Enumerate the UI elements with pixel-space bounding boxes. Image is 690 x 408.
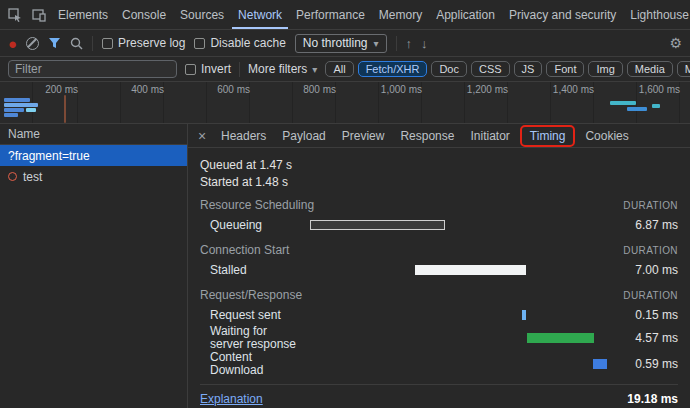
timing-bar-content-download: [593, 359, 607, 369]
duration-header: DURATION: [623, 245, 678, 256]
filter-funnel-icon[interactable]: [48, 37, 61, 49]
timing-duration: 4.57 ms: [620, 331, 678, 345]
pill-doc[interactable]: Doc: [431, 61, 467, 77]
pill-media[interactable]: Media: [627, 61, 673, 77]
more-filters-label: More filters: [248, 62, 307, 76]
timing-bar-waiting: [527, 333, 595, 343]
request-list-panel: Name ?fragment=true test: [0, 124, 188, 408]
close-icon[interactable]: ×: [192, 128, 212, 144]
timing-row-content-download: Content Download 0.59 ms: [200, 351, 678, 377]
timing-track: [310, 332, 610, 344]
timing-duration: 0.59 ms: [620, 357, 678, 371]
disable-cache-label: Disable cache: [210, 36, 285, 50]
request-row-fragment[interactable]: ?fragment=true: [0, 145, 187, 166]
section-title: Resource Scheduling: [200, 198, 314, 212]
section-connection-start: Connection Start DURATION Stalled 7.00 m…: [200, 240, 678, 280]
inspect-element-icon[interactable]: [4, 4, 26, 26]
timing-label: Content Download: [200, 351, 300, 377]
pill-all[interactable]: All: [325, 61, 353, 77]
tab-performance[interactable]: Performance: [290, 0, 371, 29]
request-detail-panel: × Headers Payload Preview Response Initi…: [188, 124, 690, 408]
filter-bar: Invert More filters ▾ All Fetch/XHR Doc …: [0, 57, 690, 82]
total-duration: 19.18 ms: [627, 392, 678, 406]
network-main: Name ?fragment=true test × Headers Paylo…: [0, 124, 690, 408]
tab-privacy-and-security[interactable]: Privacy and security: [503, 0, 622, 29]
timing-duration: 7.00 ms: [620, 263, 678, 277]
main-tab-bar: Elements Console Sources Network Perform…: [0, 0, 690, 30]
chevron-down-icon: ▾: [374, 38, 379, 49]
throttling-value: No throttling: [303, 36, 368, 50]
filter-input[interactable]: [8, 60, 177, 78]
tab-sources[interactable]: Sources: [174, 0, 230, 29]
pill-js[interactable]: JS: [514, 61, 543, 77]
pill-img[interactable]: Img: [588, 61, 622, 77]
tab-cookies[interactable]: Cookies: [578, 127, 635, 145]
toolbar-divider: [396, 36, 397, 51]
export-har-icon[interactable]: ↓: [421, 36, 428, 51]
network-overview-strip[interactable]: 200 ms 400 ms 600 ms 800 ms 1,000 ms 1,2…: [0, 82, 690, 124]
pill-manifest[interactable]: Manifest: [677, 61, 690, 77]
clear-requests-icon[interactable]: [26, 37, 39, 50]
pill-font[interactable]: Font: [546, 61, 584, 77]
tab-payload[interactable]: Payload: [275, 127, 332, 145]
tab-preview[interactable]: Preview: [335, 127, 392, 145]
invert-checkbox[interactable]: [185, 64, 196, 75]
started-at-text: Started at 1.48 s: [200, 173, 678, 190]
timing-bar-stalled: [415, 265, 526, 275]
overview-bars: [0, 82, 690, 123]
explanation-link[interactable]: Explanation: [200, 392, 263, 406]
request-type-icon: [8, 172, 17, 181]
request-row-test[interactable]: test: [0, 166, 187, 187]
section-title: Request/Response: [200, 288, 302, 302]
network-settings-gear-icon[interactable]: ⚙: [669, 36, 682, 50]
annotation-highlight-box: Timing: [520, 125, 576, 147]
record-button[interactable]: ●: [8, 36, 17, 51]
timing-row-waiting: Waiting for server response 4.57 ms: [200, 325, 678, 351]
timing-duration: 0.15 ms: [620, 308, 678, 322]
tab-application[interactable]: Application: [430, 0, 501, 29]
name-column-header[interactable]: Name: [0, 124, 187, 145]
timing-track: [310, 309, 610, 321]
tab-headers[interactable]: Headers: [214, 127, 273, 145]
tab-initiator[interactable]: Initiator: [463, 127, 516, 145]
devtools-window: Elements Console Sources Network Perform…: [0, 0, 690, 408]
timing-bar-request-sent: [522, 310, 526, 320]
detail-tab-bar: × Headers Payload Preview Response Initi…: [188, 124, 690, 148]
timing-track: [310, 219, 610, 231]
timing-row-queueing: Queueing 6.87 ms: [200, 215, 678, 235]
device-toolbar-icon[interactable]: [28, 4, 50, 26]
duration-header: DURATION: [623, 200, 678, 211]
timing-bar-queueing: [310, 220, 445, 230]
throttling-select[interactable]: No throttling ▾: [295, 34, 387, 53]
tab-elements[interactable]: Elements: [52, 0, 114, 29]
preserve-log-label: Preserve log: [118, 36, 185, 50]
request-name: test: [23, 170, 42, 184]
tab-network[interactable]: Network: [232, 0, 288, 29]
timing-track: [310, 264, 610, 276]
request-type-pills: All Fetch/XHR Doc CSS JS Font Img Media …: [325, 61, 690, 77]
chevron-down-icon: ▾: [312, 64, 317, 75]
timing-duration: 6.87 ms: [620, 218, 678, 232]
pill-fetch-xhr[interactable]: Fetch/XHR: [358, 61, 428, 77]
preserve-log-group: Preserve log: [102, 36, 185, 50]
disable-cache-checkbox[interactable]: [194, 38, 205, 49]
search-icon[interactable]: [70, 37, 83, 50]
import-har-icon[interactable]: ↑: [406, 36, 413, 51]
timing-row-stalled: Stalled 7.00 ms: [200, 260, 678, 280]
timing-label: Request sent: [200, 309, 300, 322]
tab-timing[interactable]: Timing: [523, 127, 573, 145]
preserve-log-checkbox[interactable]: [102, 38, 113, 49]
tab-response[interactable]: Response: [393, 127, 461, 145]
timing-label: Queueing: [200, 219, 300, 232]
tab-lighthouse[interactable]: Lighthouse: [624, 0, 690, 29]
queued-at-text: Queued at 1.47 s: [200, 156, 678, 173]
more-filters-button[interactable]: More filters ▾: [248, 62, 317, 76]
toolbar-divider: [92, 36, 93, 51]
request-name: ?fragment=true: [8, 149, 90, 163]
invert-label: Invert: [201, 62, 231, 76]
tab-console[interactable]: Console: [116, 0, 172, 29]
invert-group: Invert: [185, 62, 231, 76]
timing-footer: Explanation 19.18 ms: [200, 384, 678, 406]
pill-css[interactable]: CSS: [471, 61, 510, 77]
tab-memory[interactable]: Memory: [373, 0, 428, 29]
